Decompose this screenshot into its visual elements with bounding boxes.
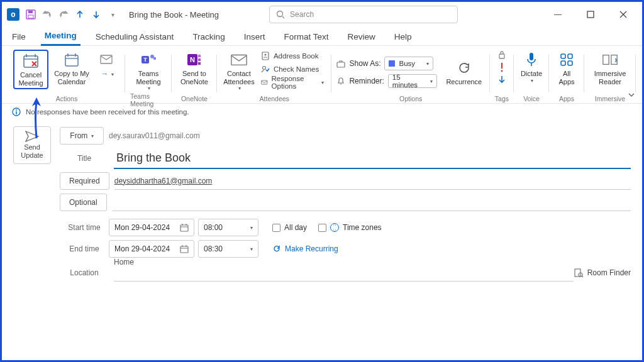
info-message: No responses have been received for this… <box>26 108 189 116</box>
reminder-select[interactable]: 15 minutes ▾ <box>388 74 437 88</box>
svg-rect-1 <box>28 11 33 13</box>
start-date-input[interactable]: Mon 29-04-2024 <box>109 219 194 236</box>
title-label: Title <box>60 154 109 163</box>
contact-attendees-button[interactable]: Contact Attendees▾ <box>222 50 256 92</box>
book-icon <box>261 52 270 60</box>
svg-rect-21 <box>262 80 267 84</box>
close-button[interactable] <box>614 6 632 23</box>
save-icon[interactable] <box>26 9 36 19</box>
svg-rect-15 <box>198 58 201 61</box>
high-importance-icon[interactable] <box>497 62 507 73</box>
time-zones-checkbox[interactable] <box>318 224 326 232</box>
redo-icon[interactable] <box>58 9 69 19</box>
response-options-icon <box>261 78 268 87</box>
dictate-button[interactable]: Dictate▾ <box>519 50 544 85</box>
response-options-button[interactable]: Response Options▾ <box>258 76 327 89</box>
calendar-icon <box>180 223 189 232</box>
svg-rect-28 <box>561 61 565 65</box>
onenote-group-label: OneNote <box>181 95 208 104</box>
svg-rect-18 <box>262 52 269 60</box>
cancel-meeting-button[interactable]: Cancel Meeting <box>13 50 48 89</box>
immersive-reader-button[interactable]: Immersive Reader <box>589 50 631 87</box>
end-date-input[interactable]: Mon 29-04-2024 <box>109 240 194 258</box>
svg-rect-33 <box>180 246 188 253</box>
forward-icon <box>99 51 116 69</box>
undo-icon[interactable] <box>42 9 52 19</box>
immersive-group-label: Immersive <box>595 95 625 104</box>
send-icon <box>25 131 39 142</box>
svg-rect-6 <box>65 55 78 66</box>
ribbon-expand-button[interactable] <box>627 90 636 99</box>
location-input[interactable]: Home <box>114 264 574 282</box>
low-importance-icon[interactable] <box>497 75 507 85</box>
qat-more-icon[interactable]: ▾ <box>108 9 118 19</box>
svg-text:N: N <box>190 56 195 63</box>
teams-meeting-button[interactable]: T Teams Meeting▾ <box>131 50 166 92</box>
start-time-input[interactable]: 08:00▾ <box>198 219 258 236</box>
start-time-label: Start time <box>60 223 109 232</box>
tab-review[interactable]: Review <box>343 30 379 45</box>
title-input[interactable] <box>114 148 631 169</box>
optional-field[interactable] <box>112 194 631 211</box>
copy-to-calendar-button[interactable]: Copy to My Calendar <box>51 50 92 87</box>
check-names-icon <box>261 65 270 74</box>
info-icon <box>12 107 21 116</box>
maximize-button[interactable] <box>582 6 599 23</box>
bell-icon <box>336 77 345 85</box>
svg-rect-27 <box>568 54 572 58</box>
private-lock-icon[interactable] <box>497 50 507 60</box>
onenote-icon: N <box>186 51 203 69</box>
search-icon <box>276 10 285 19</box>
recurrence-button[interactable]: Recurrence <box>443 58 485 87</box>
required-field[interactable]: deysiddhartha61@gmail.com <box>114 172 631 190</box>
tab-tracking[interactable]: Tracking <box>189 30 228 45</box>
svg-rect-23 <box>499 54 504 58</box>
location-label: Location <box>60 268 109 277</box>
svg-point-19 <box>264 54 266 56</box>
immersive-reader-icon <box>601 51 619 69</box>
show-as-select[interactable]: Busy ▾ <box>384 57 433 70</box>
outlook-app-icon: o <box>7 8 19 21</box>
from-button[interactable]: From ▾ <box>60 127 104 145</box>
send-update-button[interactable]: Send Update <box>13 126 51 164</box>
apps-grid-icon <box>558 51 575 69</box>
svg-rect-25 <box>530 53 533 60</box>
end-time-label: End time <box>60 244 109 253</box>
calendar-icon <box>180 244 189 253</box>
all-apps-button[interactable]: All Apps <box>554 50 579 87</box>
svg-point-11 <box>153 57 156 60</box>
tab-format[interactable]: Format Text <box>280 30 332 45</box>
teams-group-label: Teams Meeting <box>130 92 167 109</box>
briefcase-icon <box>336 59 345 68</box>
tab-meeting[interactable]: Meeting <box>41 28 80 46</box>
up-arrow-icon[interactable] <box>75 9 85 19</box>
tab-insert[interactable]: Insert <box>240 30 269 45</box>
required-button[interactable]: Required <box>60 172 109 190</box>
all-day-checkbox[interactable] <box>272 224 280 232</box>
tab-help[interactable]: Help <box>391 30 416 45</box>
from-value: dey.saurav011@gmail.com <box>109 131 200 140</box>
minimize-button[interactable]: — <box>549 6 567 23</box>
end-time-input[interactable]: 08:30▾ <box>198 240 258 258</box>
tab-scheduling[interactable]: Scheduling Assistant <box>92 30 178 45</box>
svg-point-31 <box>16 109 17 111</box>
down-arrow-icon[interactable] <box>91 9 101 19</box>
room-finder-button[interactable]: Room Finder <box>574 268 631 278</box>
tab-file[interactable]: File <box>8 30 30 45</box>
required-attendee[interactable]: deysiddhartha61@gmail.com <box>114 177 213 185</box>
svg-rect-16 <box>198 62 201 65</box>
time-zones-label: Time zones <box>343 223 382 232</box>
address-book-button[interactable]: Address Book <box>258 50 327 62</box>
svg-rect-22 <box>337 62 345 67</box>
recurrence-icon <box>455 59 473 77</box>
svg-rect-2 <box>28 15 33 18</box>
forward-menu-button[interactable]: → ▾ <box>95 50 120 79</box>
reminder-label: Reminder: <box>349 77 384 85</box>
make-recurring-link[interactable]: Make Recurring <box>272 244 338 253</box>
svg-rect-14 <box>198 55 201 57</box>
check-names-button[interactable]: Check Names <box>258 63 327 75</box>
optional-button[interactable]: Optional <box>60 194 107 211</box>
send-to-onenote-button[interactable]: N Send to OneNote <box>177 50 212 87</box>
svg-rect-4 <box>587 11 594 18</box>
search-input[interactable]: Search <box>269 6 458 23</box>
